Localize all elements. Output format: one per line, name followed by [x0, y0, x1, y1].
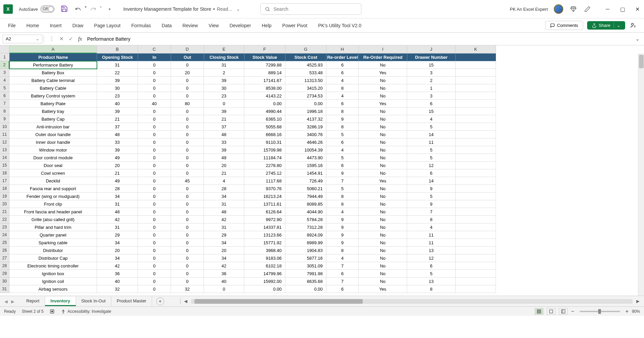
zoom-out-button[interactable]: − [571, 308, 574, 314]
cell[interactable]: 39 [97, 77, 138, 84]
cell[interactable]: 7312.28 [285, 223, 326, 231]
user-avatar[interactable] [554, 4, 563, 14]
cell[interactable]: 889.14 [244, 69, 285, 77]
cell[interactable]: No [359, 231, 407, 239]
ribbon-tab-formulas[interactable]: Formulas [130, 21, 152, 30]
cell[interactable]: 0.00 [244, 285, 285, 293]
cell[interactable]: 37 [97, 123, 138, 131]
add-sheet-button[interactable]: + [156, 297, 164, 305]
cell[interactable]: Inner door handle [9, 138, 97, 146]
cell[interactable]: 0 [171, 278, 204, 285]
cell[interactable]: No [359, 200, 407, 208]
cell[interactable]: 0 [171, 223, 204, 231]
comments-button[interactable]: Comments [545, 21, 583, 30]
header-cell[interactable]: Re-Order Required [359, 53, 407, 61]
cell[interactable]: 42 [97, 216, 138, 223]
cell[interactable]: Battery Cap [9, 115, 97, 123]
cell[interactable]: 0 [138, 131, 171, 138]
ribbon-tab-developer[interactable]: Developer [228, 21, 252, 30]
header-cell[interactable]: Product Name [9, 53, 97, 61]
cell[interactable]: 42 [97, 262, 138, 270]
cell[interactable]: 15 [407, 108, 456, 115]
cell[interactable]: 6 [407, 262, 456, 270]
cell[interactable]: 33 [204, 138, 244, 146]
cell[interactable]: 0 [204, 285, 244, 293]
row-header-14[interactable]: 14 [0, 154, 9, 162]
cell[interactable]: 533.48 [285, 69, 326, 77]
sheet-tab-inventory[interactable]: Inventory [45, 297, 76, 306]
expand-formula-bar-icon[interactable]: ⌄ [635, 36, 642, 42]
cell[interactable] [456, 123, 496, 131]
cell[interactable]: 31 [204, 223, 244, 231]
ribbon-tab-insert[interactable]: Insert [48, 21, 63, 30]
column-header-J[interactable]: J [407, 45, 456, 53]
redo-button[interactable] [88, 5, 98, 13]
cell[interactable] [456, 262, 496, 270]
cell[interactable]: 0 [138, 200, 171, 208]
cell[interactable]: 0 [138, 154, 171, 162]
cell[interactable]: 4 [326, 208, 359, 216]
cell[interactable] [456, 131, 496, 138]
cell[interactable]: 9 [407, 200, 456, 208]
cell[interactable] [456, 162, 496, 169]
diamond-icon[interactable] [569, 5, 577, 13]
cell[interactable]: 33 [97, 138, 138, 146]
row-header-7[interactable]: 7 [0, 100, 9, 108]
cell[interactable]: 0 [171, 84, 204, 92]
cell[interactable]: 9 [326, 239, 359, 247]
row-header-22[interactable]: 22 [0, 216, 9, 223]
cell[interactable]: No [359, 193, 407, 200]
search-input[interactable] [274, 6, 357, 12]
cell[interactable]: 40 [97, 100, 138, 108]
header-cell[interactable] [456, 53, 496, 61]
cell[interactable]: 3415.20 [285, 84, 326, 92]
cell[interactable]: 39 [97, 108, 138, 115]
cell[interactable]: 49 [97, 154, 138, 162]
formula-input[interactable] [84, 35, 635, 43]
cell[interactable]: 0 [138, 84, 171, 92]
header-cell[interactable]: Out [171, 53, 204, 61]
cell[interactable] [456, 185, 496, 193]
cell[interactable]: 6128.64 [244, 208, 285, 216]
cell[interactable]: 0 [171, 216, 204, 223]
cell[interactable]: 0 [171, 208, 204, 216]
cell[interactable]: 3286.19 [285, 123, 326, 131]
cell[interactable]: 0 [171, 108, 204, 115]
cell[interactable]: 3051.09 [285, 262, 326, 270]
header-cell[interactable]: Drawer Number [407, 53, 456, 61]
cell[interactable]: 0 [138, 231, 171, 239]
column-header-I[interactable]: I [359, 45, 407, 53]
ribbon-tab-page-layout[interactable]: Page Layout [93, 21, 122, 30]
cell[interactable]: 31 [204, 61, 244, 69]
cell[interactable]: 6 [407, 169, 456, 177]
cell[interactable]: 12 [407, 254, 456, 262]
cell[interactable]: 40 [204, 278, 244, 285]
cell[interactable]: 29 [204, 231, 244, 239]
row-header-19[interactable]: 19 [0, 193, 9, 200]
cell[interactable]: 0 [138, 223, 171, 231]
cell[interactable]: 8 [326, 108, 359, 115]
cell[interactable]: 36 [97, 270, 138, 278]
cell[interactable]: 4990.44 [244, 108, 285, 115]
row-header-4[interactable]: 4 [0, 77, 9, 84]
cell[interactable]: 8 [407, 285, 456, 293]
cell[interactable]: Distributor [9, 247, 97, 254]
cell[interactable] [456, 61, 496, 69]
cell[interactable]: 7 [407, 208, 456, 216]
cell[interactable]: 0 [138, 177, 171, 185]
cell[interactable]: 23 [204, 92, 244, 100]
cell[interactable]: 0.00 [244, 100, 285, 108]
accessibility-status[interactable]: Accessibility: Investigate [61, 309, 111, 314]
row-header-2[interactable]: 2 [0, 61, 9, 69]
cell[interactable]: 14 [407, 177, 456, 185]
cell[interactable]: 21 [97, 115, 138, 123]
cell[interactable]: No [359, 123, 407, 131]
hscroll-right-icon[interactable]: ► [635, 298, 641, 304]
cell[interactable]: 11 [407, 231, 456, 239]
cell[interactable]: 0 [171, 239, 204, 247]
cell[interactable]: 8 [326, 193, 359, 200]
cell[interactable]: 0.00 [285, 285, 326, 293]
maximize-button[interactable]: ▢ [619, 6, 626, 12]
cell[interactable]: No [359, 216, 407, 223]
cell[interactable]: No [359, 131, 407, 138]
